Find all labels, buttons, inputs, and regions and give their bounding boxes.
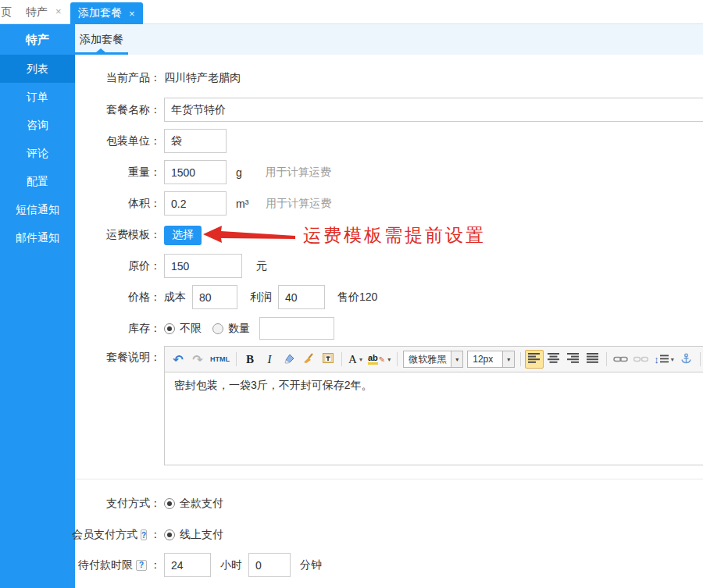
volume-label: 体积： [75, 191, 161, 216]
package-name-input[interactable] [164, 98, 703, 122]
sidebar: 特产 列表 订单 咨询 评论 配置 短信通知 邮件通知 [0, 24, 75, 588]
highlight-icon: ab [368, 354, 378, 365]
close-icon[interactable]: × [129, 8, 135, 20]
stock-quantity-input[interactable] [259, 317, 334, 340]
brush-icon [302, 353, 315, 366]
align-justify-button[interactable] [583, 350, 602, 369]
tab-home-partial[interactable]: 页 [1, 0, 12, 23]
link-icon [613, 353, 628, 365]
sidebar-item-list[interactable]: 列表 [0, 55, 75, 83]
undo-icon: ↶ [173, 352, 183, 367]
align-center-button[interactable] [544, 350, 563, 369]
unlink-icon [633, 353, 648, 365]
sidebar-item-sms-notify[interactable]: 短信通知 [0, 195, 75, 223]
font-family-select[interactable]: 微软雅黑 ▾ [403, 351, 463, 368]
form-row-current-product: 当前产品： 四川特产老腊肉 [75, 72, 703, 84]
form-row-original-price: 原价： 元 [75, 254, 703, 278]
form-row-payment-deadline: 待付款时限 ? ： 小时 分钟 [75, 553, 703, 577]
member-payment-label: 会员支付方式 [72, 528, 137, 542]
volume-unit: m³ [236, 198, 248, 210]
editor-content-area[interactable]: 密封包装，一袋3斤，不开封可保存2年。 [165, 372, 703, 399]
redo-button[interactable]: ↷ [188, 350, 207, 369]
cost-input[interactable] [192, 285, 237, 309]
insert-link-button[interactable] [611, 350, 630, 369]
pencil-icon: ✎ [379, 355, 385, 364]
anchor-icon [680, 353, 692, 366]
align-right-button[interactable] [564, 350, 583, 369]
current-product-value: 四川特产老腊肉 [164, 71, 241, 85]
toolbar-separator [606, 352, 607, 366]
volume-input[interactable] [164, 191, 227, 216]
hours-unit: 小时 [220, 558, 242, 572]
chevron-down-icon: ▾ [671, 356, 674, 363]
package-unit-label: 包装单位： [75, 129, 161, 153]
section-divider [75, 479, 703, 479]
deadline-hours-input[interactable] [164, 553, 211, 577]
remove-format-button[interactable] [280, 350, 298, 369]
editor-toolbar: ↶ ↷ HTML B I A ▾ ab ✎ ▾ [165, 347, 703, 372]
toolbar-separator [520, 352, 521, 366]
description-label: 套餐说明： [75, 350, 161, 365]
line-height-button[interactable]: ↕ ▾ [651, 350, 676, 369]
stock-quantity-label: 数量 [228, 322, 250, 336]
stock-quantity-radio[interactable] [212, 323, 223, 334]
html-source-icon: HTML [210, 355, 230, 363]
font-color-button[interactable]: A ▾ [346, 350, 365, 369]
sidebar-item-email-notify[interactable]: 邮件通知 [0, 223, 75, 251]
sidebar-item-comments[interactable]: 评论 [0, 139, 75, 167]
help-question-icon[interactable]: ? [141, 529, 147, 540]
redo-icon: ↷ [192, 352, 202, 367]
align-left-icon [528, 353, 541, 365]
app-window: 页 特产 × 添加套餐 × 特产 列表 订单 咨询 评论 配置 短信通知 邮件通… [0, 0, 703, 588]
deadline-minutes-input[interactable] [248, 553, 291, 577]
stock-unlimited-radio[interactable] [164, 323, 175, 334]
profit-input[interactable] [278, 285, 325, 309]
italic-button[interactable]: I [260, 350, 279, 369]
cost-label: 成本 [164, 290, 186, 305]
highlight-color-button[interactable]: ab ✎ ▾ [366, 350, 393, 369]
chevron-down-icon: ▾ [502, 351, 514, 367]
payment-full-radio[interactable] [164, 498, 175, 509]
line-height-arrows-icon: ↕ [654, 354, 659, 365]
form-row-shipping-template: 运费模板： 选择 运费模板需提前设置 [75, 225, 703, 245]
tab-label: 特产 [26, 0, 48, 23]
italic-icon: I [268, 353, 272, 366]
sidebar-header-techan[interactable]: 特产 [0, 24, 75, 55]
original-price-label: 原价： [75, 254, 161, 278]
eraser-icon [283, 353, 295, 366]
package-name-label: 套餐名称： [75, 98, 161, 122]
member-payment-online-radio[interactable] [164, 529, 175, 540]
form-row-volume: 体积： m³ 用于计算运费 [75, 191, 703, 216]
font-size-select[interactable]: 12px ▾ [467, 351, 515, 368]
weight-input[interactable] [164, 160, 227, 184]
font-family-value: 微软雅黑 [404, 351, 451, 367]
original-price-input[interactable] [164, 254, 242, 278]
anchor-button[interactable] [677, 350, 696, 369]
choose-template-button[interactable]: 选择 [164, 226, 202, 245]
chevron-down-icon: ▾ [359, 356, 362, 363]
toolbar-separator [236, 352, 237, 366]
help-question-icon[interactable]: ? [136, 560, 147, 571]
font-size-value: 12px [468, 351, 502, 367]
tab-add-package[interactable]: 添加套餐 × [70, 2, 143, 24]
bold-button[interactable]: B [241, 350, 259, 369]
paste-text-button[interactable] [319, 350, 337, 369]
unlink-button[interactable] [631, 350, 651, 369]
close-icon[interactable]: × [55, 0, 62, 23]
tab-techan[interactable]: 特产 × [20, 0, 68, 23]
form-row-package-name: 套餐名称： [75, 98, 703, 122]
line-height-lines-icon [660, 353, 669, 365]
original-price-unit: 元 [256, 259, 267, 273]
align-left-button[interactable] [525, 350, 544, 369]
window-tab-bar: 页 特产 × 添加套餐 × [0, 0, 703, 24]
price-label: 价格： [75, 285, 161, 309]
package-unit-input[interactable] [164, 129, 227, 153]
html-source-button[interactable]: HTML [208, 350, 232, 369]
sidebar-item-config[interactable]: 配置 [0, 167, 75, 195]
format-brush-button[interactable] [299, 350, 318, 369]
sidebar-item-orders[interactable]: 订单 [0, 83, 75, 111]
sidebar-item-inquiry[interactable]: 咨询 [0, 111, 75, 139]
undo-button[interactable]: ↶ [169, 350, 187, 369]
toolbar-separator [700, 352, 701, 366]
bold-icon: B [246, 353, 254, 366]
